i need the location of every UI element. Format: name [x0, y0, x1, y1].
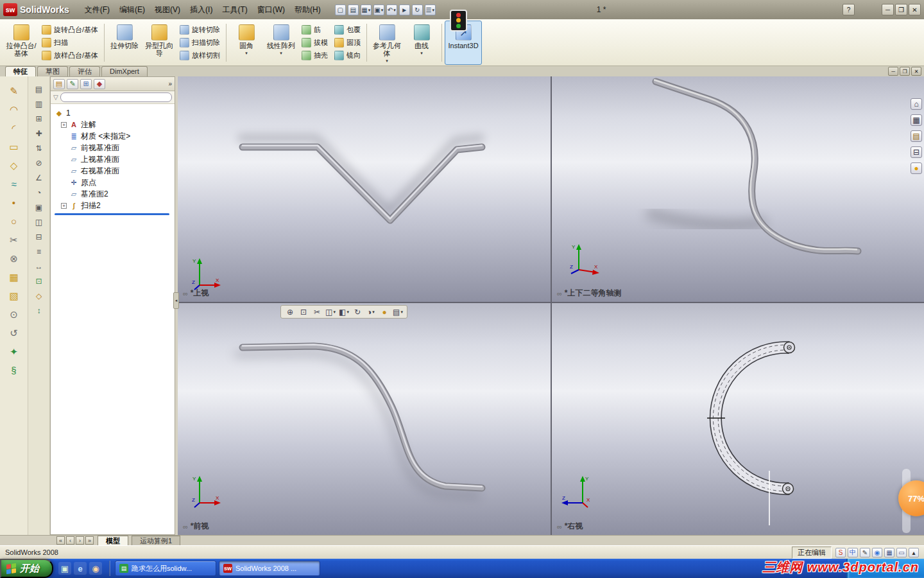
dropdown-arrow-icon[interactable]: ▾	[372, 310, 375, 314]
draft-button[interactable]: 拔模	[298, 36, 331, 49]
viewport-vertical-divider[interactable]	[551, 76, 552, 535]
tree-item-material[interactable]: ≣ 材质 <未指定>	[52, 130, 173, 142]
splitter-collapse-arrow[interactable]: ◂	[173, 292, 179, 309]
grid-icon[interactable]: ▤	[31, 83, 47, 96]
show-desktop-icon[interactable]: ▣	[58, 562, 71, 575]
prev-tab-button[interactable]: ‹	[66, 536, 74, 545]
doc-minimize-button[interactable]: ─	[888, 67, 898, 76]
horizontal-icon[interactable]: ↔	[31, 260, 47, 273]
viewport-top-view[interactable]: YXZ ∞ *上视	[178, 76, 551, 302]
smart-dimension-icon[interactable]: ⊙	[4, 306, 24, 322]
tree-item-front-plane[interactable]: ▱ 前视基准面	[52, 142, 173, 153]
collapse-pane-icon[interactable]: ⊟	[31, 231, 47, 243]
tab-model[interactable]: 模型	[98, 536, 128, 545]
measure-icon[interactable]: ⇅	[31, 142, 47, 155]
expand-plus-icon[interactable]: +	[61, 203, 67, 209]
first-tab-button[interactable]: «	[56, 536, 65, 545]
dome-button[interactable]: 圆顶	[331, 36, 364, 49]
pane-toggle-icon[interactable]: ⊟	[911, 146, 922, 158]
tree-filter-input[interactable]	[60, 92, 172, 102]
arc-icon[interactable]: ◠	[4, 101, 24, 118]
appearance-icon[interactable]: ●	[379, 307, 390, 317]
start-button[interactable]: 开始	[0, 559, 53, 578]
view-orientation-icon[interactable]: ◫▾	[325, 307, 336, 317]
help-button[interactable]: ?	[843, 4, 855, 15]
menu-window[interactable]: 窗口(W)	[253, 3, 289, 17]
dropdown-arrow-icon[interactable]: ▾	[393, 8, 396, 12]
lightbulb-icon[interactable]: ●	[911, 162, 922, 174]
point-icon[interactable]: •	[4, 195, 24, 211]
fillet-button[interactable]: 圆角 ▾	[229, 21, 264, 65]
dropdown-arrow-icon[interactable]: ▾	[280, 51, 282, 55]
window-icon[interactable]: ◫	[31, 216, 47, 229]
panel-chevron-button[interactable]: »	[168, 80, 172, 87]
options-icon[interactable]: ☰▾	[425, 4, 436, 15]
save-icon[interactable]: ▦▾	[361, 4, 372, 15]
wrap-button[interactable]: 包覆	[331, 23, 364, 36]
ime-brand-icon[interactable]: S	[835, 548, 846, 557]
menu-tools[interactable]: 工具(T)	[218, 3, 252, 17]
dropdown-arrow-icon[interactable]: ▾	[432, 8, 434, 12]
menu-edit[interactable]: 编辑(E)	[115, 3, 150, 17]
minimize-button[interactable]: ─	[882, 4, 894, 15]
tab-sketch[interactable]: 草图	[37, 66, 68, 76]
swept-cut-button[interactable]: 扫描切除	[176, 36, 223, 49]
ellipse-icon[interactable]: ○	[4, 213, 24, 229]
dropdown-arrow-icon[interactable]: ▾	[368, 8, 371, 12]
task-button-browser[interactable]: ▤ 跪求怎么用solidw...	[115, 561, 216, 576]
dropdown-arrow-icon[interactable]: ▾	[386, 58, 388, 63]
print-icon[interactable]: ▣▾	[373, 4, 384, 15]
ime-board-icon[interactable]: ▦	[884, 548, 894, 557]
linear-sketch-pattern-icon[interactable]: ▦	[4, 269, 24, 285]
offset-entities-icon[interactable]: ▧	[4, 288, 24, 304]
keyboard-icon[interactable]: ▭	[896, 548, 907, 557]
task-button-solidworks[interactable]: sw SolidWorks 2008 ...	[219, 561, 320, 576]
next-tab-button[interactable]: ›	[76, 536, 84, 545]
polygon-icon[interactable]: ◇	[4, 157, 24, 173]
reference-geometry-button[interactable]: 参考几何体 ▾	[370, 21, 404, 65]
section-icon[interactable]: ▥	[31, 98, 47, 110]
home-view-icon[interactable]: ⌂	[911, 98, 922, 110]
extruded-boss-button[interactable]: 拉伸凸台/基体	[4, 21, 38, 65]
revolved-boss-button[interactable]: 旋转凸台/基体	[38, 23, 101, 36]
menu-file[interactable]: 文件(F)	[80, 3, 114, 17]
vertical-icon[interactable]: ↕	[31, 304, 47, 317]
rib-button[interactable]: 筋	[298, 23, 331, 36]
rectangle-icon[interactable]: ▭	[4, 139, 24, 155]
list-icon[interactable]: ≡	[31, 245, 47, 258]
featuremanager-tab-icon[interactable]: ▤	[53, 79, 65, 89]
ime-pen-icon[interactable]: ✎	[860, 548, 870, 557]
tab-motion-study[interactable]: 运动算例1	[132, 536, 180, 545]
open-folder-icon[interactable]: ▤	[911, 130, 922, 142]
viewport-horizontal-divider[interactable]	[178, 302, 924, 303]
tree-item-plane2[interactable]: ▱ 基准面2	[52, 188, 173, 200]
hole-wizard-button[interactable]: 异型孔向导	[142, 21, 176, 65]
dropdown-arrow-icon[interactable]: ▾	[420, 51, 423, 55]
viewport-isometric-view[interactable]: YXZ ∞ *上下二等角轴测	[552, 76, 924, 302]
display-style-icon[interactable]: ◧▾	[338, 307, 350, 317]
menu-view[interactable]: 视图(V)	[150, 3, 185, 17]
undo-icon[interactable]: ↶▾	[386, 4, 397, 15]
zoom-fit-icon[interactable]: ⊕	[284, 307, 296, 317]
rotate-view-icon[interactable]: ↻	[352, 307, 363, 317]
close-button[interactable]: ✕	[909, 4, 921, 15]
configurationmanager-tab-icon[interactable]: ⊞	[80, 79, 92, 89]
hide-show-items-icon[interactable]: ◑▾	[365, 307, 377, 317]
sweep-button[interactable]: 扫描	[38, 36, 101, 49]
loft-boss-button[interactable]: 放样凸台/基体	[38, 49, 101, 62]
dropdown-arrow-icon[interactable]: ▾	[245, 51, 248, 55]
tree-item-sweep2[interactable]: + ∫ 扫描2	[52, 200, 173, 211]
boxed-icon[interactable]: ⊡	[31, 275, 47, 288]
extruded-cut-button[interactable]: 拉伸切除	[107, 21, 142, 65]
centerpoint-arc-icon[interactable]: ◜	[4, 120, 24, 136]
no-entity-icon[interactable]: ⊘	[31, 157, 47, 170]
solid-icon[interactable]: ▣	[31, 201, 47, 214]
lofted-cut-button[interactable]: 放样切割	[176, 49, 223, 62]
doc-restore-button[interactable]: ❐	[900, 67, 910, 76]
dropdown-arrow-icon[interactable]: ▾	[346, 310, 349, 314]
last-tab-button[interactable]: »	[85, 536, 94, 545]
tree-item-annotations[interactable]: + A 注解	[52, 119, 173, 130]
media-player-icon[interactable]: ◉	[89, 562, 102, 575]
menu-help[interactable]: 帮助(H)	[290, 3, 325, 17]
curves-button[interactable]: 曲线 ▾	[404, 21, 439, 65]
